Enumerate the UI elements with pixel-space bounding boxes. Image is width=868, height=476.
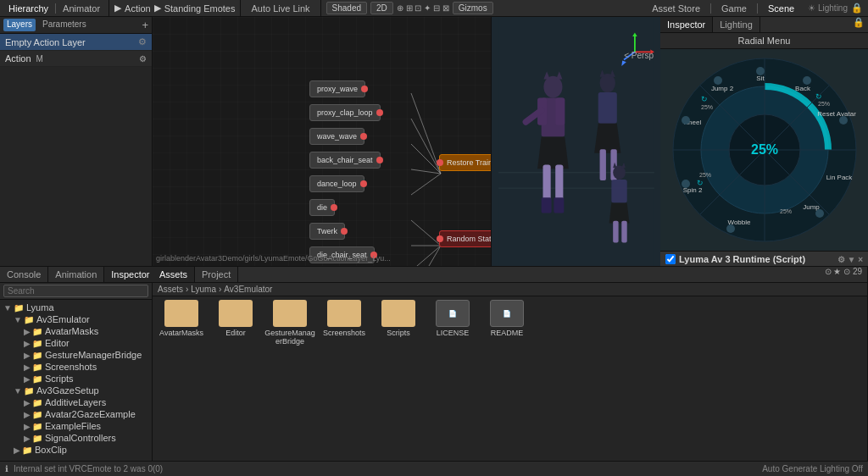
asset-count: ⊙ ★ ⊙ 29 <box>820 267 867 282</box>
node-die[interactable]: die <box>309 199 335 216</box>
svg-text:Jump: Jump <box>803 203 820 211</box>
breadcrumb: ▶ Action ▶ Standing Emotes <box>109 0 241 16</box>
tree-item-editor[interactable]: ▶ 📁 Editor <box>0 337 152 349</box>
asset-readme[interactable]: 📄 README <box>481 300 532 346</box>
radial-svg: 25% Sit Back Reset Avatar Jump 2 Kneel S… <box>667 53 862 247</box>
bc-lyuma[interactable]: Lyuma <box>191 285 216 294</box>
tree-item-screenshots[interactable]: ▶ 📁 Screenshots <box>0 361 152 373</box>
top-bar: Hierarchy Animator ▶ Action ▶ Standing E… <box>0 0 868 17</box>
tree-item-boxclip[interactable]: ▶ 📁 BoxClip <box>0 444 152 456</box>
top-bar-right: Asset Store Game Scene ☀ Lighting 🔒 <box>643 3 868 14</box>
asset-label: GestureManagerBridge <box>264 329 315 346</box>
tab-layers[interactable]: Layers <box>3 19 36 31</box>
svg-rect-18 <box>555 98 565 125</box>
tab-assets[interactable]: Assets <box>153 267 195 282</box>
expand-arrow: ▶ <box>24 339 31 348</box>
lighting-tab: ☀ Lighting <box>808 3 848 13</box>
folder-icon: 📁 <box>32 374 42 384</box>
component-options[interactable]: ⚙ ▼ × <box>837 255 863 264</box>
asset-gesturebridge[interactable]: GestureManagerBridge <box>264 300 315 346</box>
scene-main: proxy_wave proxy_clap_loop wave_wave bac… <box>153 17 660 266</box>
tab-console[interactable]: Console <box>0 267 48 282</box>
tree-item-scripts[interactable]: ▶ 📁 Scripts <box>0 373 152 385</box>
svg-rect-37 <box>613 221 618 243</box>
asset-avatarmasks[interactable]: AvatarMasks <box>156 300 207 346</box>
panel-lock-icon[interactable]: 🔒 <box>849 17 868 32</box>
tab-animator[interactable]: Animator <box>59 3 103 14</box>
asset-screenshots[interactable]: Screenshots <box>319 300 370 346</box>
tab-scene[interactable]: Scene <box>765 3 798 14</box>
tab-animation[interactable]: Animation <box>48 267 104 282</box>
tab-inspector-bottom[interactable]: Inspector <box>104 267 157 282</box>
shading-btn[interactable]: Shaded <box>326 2 367 14</box>
tab-hierarchy[interactable]: Hierarchy <box>5 3 52 14</box>
asset-label: AvatarMasks <box>159 329 203 337</box>
node-proxy-wave[interactable]: proxy_wave <box>309 80 365 97</box>
svg-text:Lin Pack: Lin Pack <box>826 174 853 181</box>
action-settings-btn[interactable]: ⚙ <box>139 54 147 64</box>
asset-label: README <box>491 329 524 337</box>
action-badge: M <box>36 54 43 64</box>
tree-item-gesturebridge[interactable]: ▶ 📁 GestureManagerBridge <box>0 349 152 361</box>
animator-graph[interactable]: proxy_wave proxy_clap_loop wave_wave bac… <box>153 17 491 266</box>
bc-assets[interactable]: Assets <box>158 285 183 294</box>
right-panel-tabs: Inspector Lighting 🔒 <box>660 17 868 33</box>
inspector-section: Lyuma Av 3 Runtime (Script) ⚙ ▼ × Script… <box>660 252 868 266</box>
tree-item-av3gazesetup[interactable]: ▼ 📁 Av3GazeSetup <box>0 385 152 396</box>
folder-icon: 📁 <box>24 386 34 396</box>
right-panel: Inspector Lighting 🔒 Radial Menu <box>660 17 868 266</box>
svg-text:Back: Back <box>795 85 811 92</box>
tab-asset-store[interactable]: Asset Store <box>648 3 704 14</box>
asset-license[interactable]: 📄 LICENSE <box>427 300 478 346</box>
live-link-btn[interactable]: Auto Live Link <box>248 3 313 14</box>
gizmos-btn[interactable]: Gizmos <box>453 2 493 14</box>
tree-item-av3emulator[interactable]: ▼ 📁 Av3Emulator <box>0 313 152 325</box>
asset-scripts[interactable]: Scripts <box>373 300 424 346</box>
assets-breadcrumb: Assets › Lyuma › Av3Emulator <box>153 283 867 296</box>
node-proxy-clap[interactable]: proxy_clap_loop <box>309 104 381 121</box>
tab-project[interactable]: Project <box>195 267 238 282</box>
svg-rect-22 <box>542 197 552 213</box>
empty-action-layer[interactable]: Empty Action Layer ⚙ <box>0 34 152 51</box>
bc-av3[interactable]: Av3Emulator <box>224 285 272 294</box>
tab-lighting[interactable]: Lighting <box>713 17 760 32</box>
add-layer-btn[interactable]: + <box>142 19 148 31</box>
svg-text:25%: 25% <box>700 104 712 110</box>
bottom-center-tabs: Assets Project ⊙ ★ ⊙ 29 <box>153 267 867 283</box>
node-wave-wave[interactable]: wave_wave <box>309 128 364 145</box>
bottom-left-toolbar <box>0 283 152 300</box>
tree-item-examplefiles[interactable]: ▶ 📁 ExampleFiles <box>0 420 152 432</box>
expand-arrow: ▶ <box>24 374 31 384</box>
component-enabled-checkbox[interactable] <box>665 254 676 264</box>
node-dance-loop[interactable]: dance_loop <box>309 175 364 192</box>
node-restore[interactable]: Restore Training Layout <box>439 154 491 171</box>
node-twerk[interactable]: Twerk <box>309 223 345 240</box>
svg-point-70 <box>839 116 848 125</box>
svg-marker-36 <box>609 203 630 224</box>
count-icons: ⊙ ★ ⊙ <box>825 267 851 276</box>
settings-icon[interactable]: ⚙ <box>138 36 147 47</box>
action-item[interactable]: Action M ⚙ <box>0 51 152 67</box>
tree-item-lyuma[interactable]: ▼ 📁 Lyuma <box>0 302 152 313</box>
folder-icon: 📁 <box>32 434 42 443</box>
tree-item-signalcontrollers[interactable]: ▶ 📁 SignalControllers <box>0 432 152 444</box>
tree-item-avatarmasks[interactable]: ▶ 📁 AvatarMasks <box>0 325 152 337</box>
tree-item-avatar2gaze[interactable]: ▶ 📁 Avatar2GazeExample <box>0 408 152 420</box>
main-area: Layers Parameters + Empty Action Layer ⚙… <box>0 17 868 266</box>
folder-icon: 📁 <box>14 303 24 313</box>
svg-point-73 <box>682 180 690 188</box>
breadcrumb-arrow2: ▶ <box>154 3 161 14</box>
tab-game[interactable]: Game <box>718 3 750 14</box>
2d-btn[interactable]: 2D <box>370 2 393 14</box>
asset-editor[interactable]: Editor <box>210 300 261 346</box>
node-random[interactable]: Random State <box>439 230 491 247</box>
file-tree: ▼ 📁 Lyuma ▼ 📁 Av3Emulator ▶ 📁 AvatarMask… <box>0 300 152 461</box>
breadcrumb-action: Action <box>125 3 151 14</box>
hierarchy-search[interactable] <box>3 285 148 297</box>
node-back-chair[interactable]: back_chair_seat <box>309 152 381 169</box>
tab-inspector[interactable]: Inspector <box>660 17 713 32</box>
tree-item-additivelayers[interactable]: ▶ 📁 AdditiveLayers <box>0 396 152 408</box>
tree-label: Screenshots <box>45 362 97 372</box>
tab-parameters[interactable]: Parameters <box>39 19 90 31</box>
expand-arrow: ▶ <box>14 446 20 455</box>
